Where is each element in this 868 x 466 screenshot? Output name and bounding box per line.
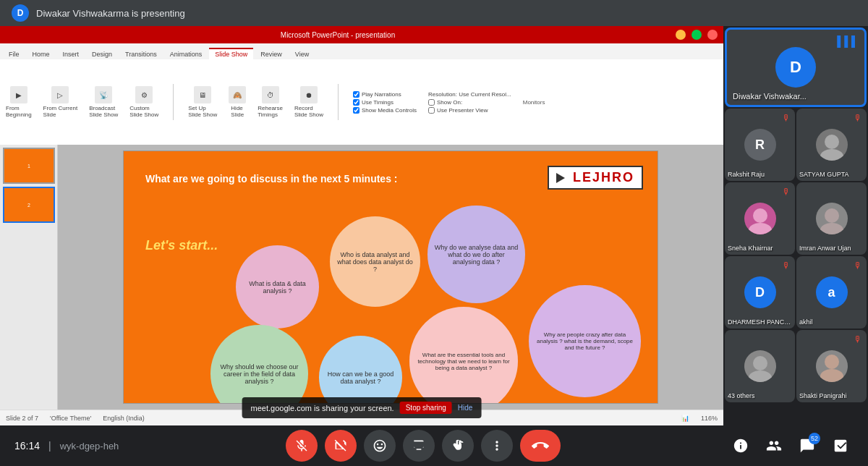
slide-thumb-2[interactable]: 2 bbox=[3, 187, 55, 223]
record-icon[interactable]: ⏺ bbox=[300, 86, 318, 103]
sneha-mute-icon: 🎙 bbox=[782, 187, 791, 197]
tab-transitions[interactable]: Transitions bbox=[119, 49, 163, 59]
ribbon-resolution: Resolution: Use Current Resol... Show On… bbox=[428, 91, 511, 114]
imran-name: Imran Anwar Ujan bbox=[799, 245, 851, 252]
ribbon-group-from-beginning: ▶ FromBeginning bbox=[6, 86, 32, 118]
bubble-1: What is data & data analysis ? bbox=[236, 245, 319, 329]
bubble-7: Why are people crazy after data analysis… bbox=[529, 285, 641, 397]
participant-row-3: D DHARMESH PANCH... 🎙 a akhil 🎙 bbox=[725, 256, 867, 329]
people-button[interactable] bbox=[761, 433, 787, 459]
participant-tile-imran[interactable]: Imran Anwar Ujan bbox=[796, 182, 867, 255]
emoji-icon bbox=[373, 439, 387, 453]
ppt-window: Microsoft PowerPoint - presentation File… bbox=[0, 26, 723, 425]
participant-tile-others[interactable]: 43 others bbox=[725, 330, 795, 402]
stop-sharing-button[interactable]: Stop sharing bbox=[400, 402, 452, 414]
tab-file[interactable]: File bbox=[3, 49, 25, 59]
svg-point-2 bbox=[753, 208, 767, 223]
maximize-btn[interactable] bbox=[692, 30, 702, 40]
participant-tile-satyam[interactable]: SATYAM GUPTA 🎙 bbox=[796, 109, 867, 181]
tab-review[interactable]: Review bbox=[255, 49, 288, 59]
emoji-button[interactable] bbox=[364, 430, 396, 462]
ppt-title: Microsoft PowerPoint - presentation bbox=[6, 31, 670, 39]
slide-count: Slide 2 of 7 bbox=[6, 415, 38, 422]
divider bbox=[173, 84, 174, 120]
akhil-name: akhil bbox=[799, 318, 813, 326]
info-icon bbox=[733, 438, 749, 454]
participants-sidebar: D Diwakar Vishwakar... ▌▌▌ R Rakshit Raj… bbox=[723, 26, 868, 425]
close-btn[interactable] bbox=[707, 30, 718, 40]
rakshit-avatar: R bbox=[744, 129, 776, 161]
participant-tile-rakshit[interactable]: R Rakshit Raju 🎙 bbox=[725, 109, 795, 181]
rakshit-mute-icon: 🎙 bbox=[782, 113, 791, 123]
slide-thumb-1[interactable]: 1 bbox=[3, 148, 55, 184]
svg-point-5 bbox=[820, 223, 843, 234]
bubble-3: Why do we analyse data and what do we do… bbox=[427, 206, 525, 303]
participant-row-4: 43 others Shakti Panigrahi 🎙 bbox=[725, 330, 867, 402]
slide-content: LEJHRO What are we going to discuss in t… bbox=[123, 151, 658, 404]
from-current-icon[interactable]: ▷ bbox=[51, 86, 69, 103]
main-content: Microsoft PowerPoint - presentation File… bbox=[0, 26, 868, 425]
svg-point-1 bbox=[820, 149, 843, 161]
chat-button[interactable]: 52 bbox=[794, 433, 820, 459]
tab-design[interactable]: Design bbox=[86, 49, 118, 59]
camera-button[interactable] bbox=[325, 430, 357, 462]
leave-call-button[interactable] bbox=[520, 430, 561, 462]
svg-point-3 bbox=[749, 223, 772, 234]
ribbon-group-rehearse: ⏱ RehearseTimings bbox=[258, 86, 283, 118]
minimize-btn[interactable] bbox=[676, 30, 686, 40]
activities-button[interactable] bbox=[827, 433, 854, 459]
divider-pipe: | bbox=[48, 440, 51, 452]
language: English (India) bbox=[103, 415, 145, 422]
bottom-bar: 16:14 | wyk-dgep-heh bbox=[0, 425, 868, 466]
speaking-icon: ▌▌▌ bbox=[837, 35, 859, 47]
sneha-avatar bbox=[744, 203, 776, 234]
mic-button[interactable] bbox=[286, 430, 318, 462]
ribbon-group-hide: 🙈 HideSlide bbox=[229, 86, 246, 118]
others-name: 43 others bbox=[728, 392, 755, 399]
akhil-mute-icon: 🎙 bbox=[854, 260, 862, 271]
rehearse-icon[interactable]: ⏱ bbox=[262, 86, 279, 103]
people-icon bbox=[766, 438, 782, 454]
tab-view[interactable]: View bbox=[289, 49, 315, 59]
participant-tile-main[interactable]: D Diwakar Vishwakar... ▌▌▌ bbox=[725, 27, 867, 107]
tab-animations[interactable]: Animations bbox=[164, 49, 208, 59]
tab-slideshow[interactable]: Slide Show bbox=[209, 48, 253, 59]
more-icon bbox=[490, 439, 504, 453]
hide-button[interactable]: Hide bbox=[458, 404, 473, 412]
presenting-text: Diwakar Vishwakarma is presenting bbox=[36, 8, 185, 19]
imran-avatar bbox=[816, 203, 848, 234]
participant-row-2: Sneha Khairnar 🎙 Imran Anwar Ujan bbox=[725, 182, 867, 255]
ppt-titlebar: Microsoft PowerPoint - presentation bbox=[0, 26, 723, 43]
phone-hang-up-icon bbox=[532, 437, 549, 454]
raise-hand-icon bbox=[451, 439, 465, 453]
present-button[interactable] bbox=[403, 430, 435, 462]
presentation-area: Microsoft PowerPoint - presentation File… bbox=[0, 26, 723, 425]
ribbon-group-record: ⏺ RecordSlide Show bbox=[294, 86, 323, 118]
participant-tile-shakti[interactable]: Shakti Panigrahi 🎙 bbox=[796, 330, 867, 402]
satyam-name: SATYAM GUPTA bbox=[799, 171, 849, 178]
meeting-code: wyk-dgep-heh bbox=[60, 441, 119, 452]
bubble-6: What are the essential tools and technol… bbox=[409, 307, 518, 404]
broadcast-icon[interactable]: 📡 bbox=[95, 86, 112, 103]
svg-point-6 bbox=[753, 356, 767, 370]
setup-icon[interactable]: 🖥 bbox=[194, 86, 211, 103]
participant-tile-sneha[interactable]: Sneha Khairnar 🎙 bbox=[725, 182, 795, 255]
slide-main-area: LEJHRO What are we going to discuss in t… bbox=[58, 145, 723, 410]
camera-off-icon bbox=[333, 439, 348, 453]
custom-icon[interactable]: ⚙ bbox=[135, 86, 153, 103]
bubble-4: Why should we choose our career in the f… bbox=[210, 325, 308, 404]
svg-point-0 bbox=[825, 135, 839, 149]
participant-tile-dharmesh[interactable]: D DHARMESH PANCH... 🎙 bbox=[725, 256, 795, 329]
tab-home[interactable]: Home bbox=[27, 49, 56, 59]
tab-insert[interactable]: Insert bbox=[57, 49, 85, 59]
shakti-avatar bbox=[816, 350, 848, 382]
raise-hand-button[interactable] bbox=[442, 430, 474, 462]
participant-tile-akhil[interactable]: a akhil 🎙 bbox=[796, 256, 867, 329]
hide-slide-icon[interactable]: 🙈 bbox=[229, 86, 246, 103]
from-beginning-icon[interactable]: ▶ bbox=[10, 86, 27, 103]
theme-name: 'Office Theme' bbox=[50, 415, 91, 422]
more-options-button[interactable] bbox=[481, 430, 513, 462]
bottom-right-controls: 52 bbox=[728, 433, 854, 459]
satyam-mute-icon: 🎙 bbox=[854, 113, 862, 123]
meeting-info-button[interactable] bbox=[728, 433, 754, 459]
